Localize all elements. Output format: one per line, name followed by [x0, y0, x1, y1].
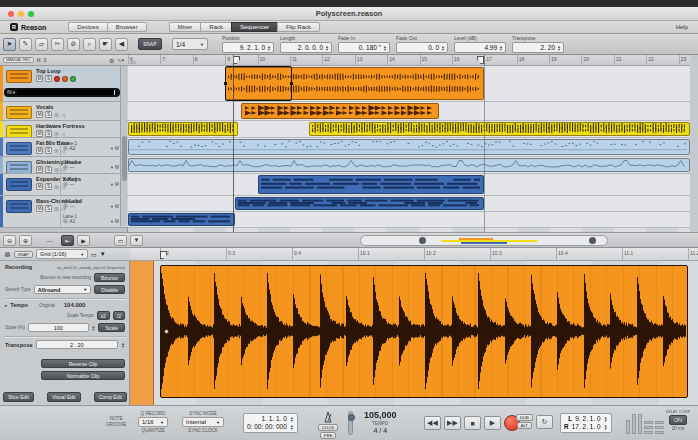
field-value[interactable]: 9. 2. 1. 0▲▼ — [222, 42, 274, 53]
loop-locators[interactable]: L9. 2. 1. 0▲▼R17. 2. 1. 0▲▼ — [560, 413, 612, 433]
take-rec-icon[interactable]: ⦿ — [63, 146, 68, 151]
lane-mute[interactable]: M — [115, 165, 119, 170]
magnify-tool[interactable]: ⌕ — [83, 38, 96, 51]
clip-lblue-wave[interactable] — [128, 158, 690, 172]
pencil-tool[interactable]: ✎ — [19, 38, 32, 51]
quantize-select[interactable]: 1/16▼ — [138, 417, 168, 427]
track-row-bass-chord-lead[interactable]: Bass-Chord-LeadMS⦿◁Lane 3⦿—▾MXLane 1⦿A1▾… — [0, 196, 128, 228]
frame-icon[interactable]: ▭ — [91, 251, 97, 258]
record-arm-icon[interactable] — [54, 76, 60, 82]
take-rec-icon[interactable]: ⦿ — [63, 219, 68, 224]
loop-toggle-button[interactable]: ↻ — [536, 415, 553, 429]
close-edit-icon[interactable]: ⊗ — [4, 250, 11, 259]
scale-x2-button[interactable]: x2 — [97, 311, 110, 320]
solo-button[interactable]: S — [45, 166, 52, 173]
scale-stepper[interactable]: ▲▼ — [92, 325, 96, 331]
mute-button[interactable]: M — [36, 75, 43, 82]
rec-icon[interactable]: ⦿ — [54, 112, 59, 118]
solo-button[interactable]: S — [45, 130, 52, 137]
field-stepper[interactable]: ▲▼ — [383, 45, 387, 51]
menubar-button-rack[interactable]: Rack — [200, 22, 231, 32]
marker-icon[interactable]: ▼ — [130, 235, 143, 246]
field-stepper[interactable]: ▲▼ — [441, 45, 445, 51]
rec-icon[interactable]: ⦿ — [54, 131, 59, 137]
field-stepper[interactable]: ▲▼ — [267, 45, 271, 51]
edit-grid-select[interactable]: Grid (1/16)▼ — [36, 249, 88, 259]
lane-cell[interactable]: Lane 3⦿—▾MX — [60, 198, 126, 213]
tracklist-scrollbar[interactable] — [120, 66, 127, 226]
follow-song-button[interactable]: ⇤ — [61, 235, 74, 246]
transpose-stepper[interactable]: ▲▼ — [121, 342, 125, 348]
menubar-button-devices[interactable]: Devices — [68, 22, 106, 32]
clip-fade-handle[interactable] — [290, 82, 293, 85]
stretch-type-select[interactable]: Allround▼ — [34, 285, 92, 294]
pre-button[interactable]: PRE — [320, 432, 337, 439]
race-to-playhead-button[interactable]: ▶ — [77, 235, 90, 246]
scale-apply-button[interactable]: Scale — [98, 323, 125, 332]
manual-rec-button[interactable]: MANUAL REC — [3, 57, 34, 63]
clip-orange-tri[interactable] — [241, 103, 439, 119]
slice-edit-button[interactable]: Slice Edit — [3, 392, 34, 402]
solo-button[interactable]: S — [45, 205, 52, 212]
clip-dblue-notes[interactable] — [128, 213, 235, 226]
solo-button[interactable]: S — [45, 147, 52, 154]
rec-icon[interactable]: ⦿ — [54, 167, 59, 173]
solo-button[interactable]: S — [45, 183, 52, 190]
zoom-handle-left[interactable] — [419, 237, 426, 244]
rec-icon[interactable]: ⦿ — [54, 148, 59, 154]
song-position-line[interactable] — [233, 55, 234, 232]
zoom-in-icon[interactable]: ⊕ — [19, 235, 32, 246]
field-stepper[interactable]: ▲▼ — [499, 45, 503, 51]
zoom-window-button[interactable] — [28, 11, 34, 17]
solo-button[interactable]: S — [45, 111, 52, 118]
menubar-button-flip-rack[interactable]: Flip Rack — [277, 22, 320, 32]
menubar-button-sequencer[interactable]: Sequencer — [231, 22, 277, 32]
clip-fade-handle[interactable] — [224, 82, 227, 85]
field-value[interactable]: 2. 0. 0. 0▲▼ — [280, 42, 332, 53]
clip-lblue-dots[interactable] — [128, 139, 690, 155]
track-row-hardware-fortress[interactable]: Hardware FortressMS⦿◁ — [0, 121, 128, 138]
reverse-clip-button[interactable]: Reverse Clip — [41, 359, 125, 368]
speaker-icon[interactable]: ◁ — [61, 131, 65, 137]
close-window-button[interactable] — [8, 11, 14, 17]
clip-handle[interactable] — [164, 329, 169, 334]
mute-button[interactable]: M — [36, 130, 43, 137]
track-row-fat-80s-bass[interactable]: Fat 80s BassMS⦿◁Lane 1⦿A2▾MX — [0, 138, 128, 157]
pointer-tool[interactable]: ➤ — [3, 38, 16, 51]
zoom-handle-right[interactable] — [589, 237, 596, 244]
lane-mute[interactable]: M — [115, 219, 119, 224]
alt-button[interactable]: ALT — [517, 422, 532, 429]
help-button[interactable]: Help — [676, 24, 688, 30]
play-button[interactable]: ▶ — [484, 416, 501, 430]
take-rec-icon[interactable]: ⦿ — [63, 165, 68, 170]
bounce-button[interactable]: Bounce — [94, 273, 125, 282]
edit-ruler[interactable]: 9.29.39.410.110.210.310.411.111.2 — [130, 248, 698, 261]
speaker-tool[interactable]: ◀ — [115, 38, 128, 51]
monitor-on-icon[interactable] — [70, 76, 76, 82]
arrangement-area[interactable]: 678910111213141516171819202122234/4 — [128, 55, 690, 232]
clip-yellow-ticks[interactable] — [309, 122, 690, 136]
lane-cell[interactable]: Lane 1⦿—▾MX — [60, 176, 126, 196]
menubar-button-mixer[interactable]: Mixer — [169, 22, 201, 32]
transpose-field[interactable]: 2 . 20 — [36, 340, 119, 349]
mute-button[interactable]: M — [36, 205, 43, 212]
gear-icon[interactable]: ⚙ — [109, 57, 114, 64]
pin-icon[interactable]: ▼ — [100, 251, 106, 257]
edit-playhead-flag[interactable] — [160, 251, 167, 259]
field-value[interactable]: 0. 0▲▼ — [396, 42, 448, 53]
rewind-button[interactable]: ◀◀ — [424, 416, 441, 430]
hand-tool[interactable]: ☛ — [99, 38, 112, 51]
razor-tool[interactable]: ✂ — [51, 38, 64, 51]
track-row-glistening-house[interactable]: Glistening HouseMS⦿◁Lane 1⦿—▾MX — [0, 157, 128, 174]
time-signature[interactable]: 4 / 4 — [373, 427, 387, 434]
fast-forward-button[interactable]: ▶▶ — [444, 416, 461, 430]
input-monitor-icon[interactable] — [62, 76, 68, 82]
sync-select[interactable]: Internal▼ — [182, 417, 224, 427]
click-level-thumb[interactable] — [348, 414, 355, 421]
tracklist-scroll-thumb[interactable] — [122, 136, 127, 181]
mute-button[interactable]: M — [36, 147, 43, 154]
eraser-tool[interactable]: ▱ — [35, 38, 48, 51]
menubar-button-browser[interactable]: Browser — [107, 22, 147, 32]
field-value[interactable]: 4.99▲▼ — [454, 42, 506, 53]
lane-cell[interactable]: Lane 1⦿A2▾MX — [60, 140, 126, 157]
